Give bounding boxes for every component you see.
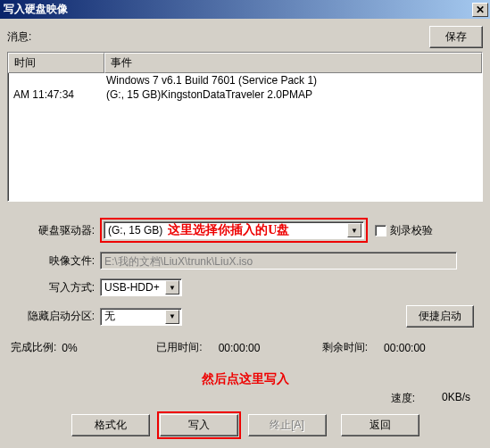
drive-note: 这里选择你插入的U盘 xyxy=(168,222,289,238)
complete-value: 0% xyxy=(62,342,115,354)
abort-button: 终止[A] xyxy=(248,414,327,436)
speed-value: 0KB/s xyxy=(442,391,470,406)
image-file-field: E:\我的文档\LiuX\trunk\LiuX.iso xyxy=(100,252,457,270)
action-row: 格式化 写入 终止[A] 返回 xyxy=(7,411,483,439)
annotation-write-note: 然后点这里写入 xyxy=(7,371,483,387)
annotation-drive-highlight: (G:, 15 GB) 这里选择你插入的U盘 ▼ xyxy=(100,218,368,243)
chevron-down-icon[interactable]: ▼ xyxy=(165,310,179,324)
log-row: Windows 7 v6.1 Build 7601 (Service Pack … xyxy=(8,73,482,87)
log-time: AM 11:47:34 xyxy=(8,87,104,102)
write-method-select[interactable]: USB-HDD+ ▼ xyxy=(100,278,182,296)
log-row: AM 11:47:34 (G:, 15 GB)KingstonDataTrave… xyxy=(8,87,482,102)
annotation-write-highlight: 写入 xyxy=(157,411,241,439)
speed-label: 速度: xyxy=(391,391,415,406)
chevron-down-icon[interactable]: ▼ xyxy=(165,280,179,295)
log-listbox[interactable]: 时间 事件 Windows 7 v6.1 Build 7601 (Service… xyxy=(7,52,483,202)
format-button[interactable]: 格式化 xyxy=(71,414,150,436)
col-event-header[interactable]: 事件 xyxy=(104,53,482,73)
complete-label: 完成比例: xyxy=(11,340,56,355)
chevron-down-icon[interactable]: ▼ xyxy=(347,223,361,237)
hidden-partition-label: 隐藏启动分区: xyxy=(7,309,100,324)
hidden-partition-value: 无 xyxy=(104,309,115,324)
verify-label: 刻录校验 xyxy=(390,223,433,238)
image-file-label: 映像文件: xyxy=(7,253,100,269)
convenient-boot-button[interactable]: 便捷启动 xyxy=(406,305,474,328)
log-event: Windows 7 v6.1 Build 7601 (Service Pack … xyxy=(104,73,482,87)
status-row: 完成比例: 0% 已用时间: 00:00:00 剩余时间: 00:00:00 xyxy=(11,340,479,355)
window-title: 写入硬盘映像 xyxy=(4,2,472,17)
drive-select[interactable]: (G:, 15 GB) 这里选择你插入的U盘 ▼ xyxy=(104,221,364,239)
write-method-value: USB-HDD+ xyxy=(104,281,160,294)
log-event: (G:, 15 GB)KingstonDataTraveler 2.0PMAP xyxy=(104,87,482,102)
title-bar: 写入硬盘映像 ✕ xyxy=(0,0,490,19)
log-time xyxy=(8,73,104,87)
log-header: 时间 事件 xyxy=(8,53,482,73)
remain-value: 00:00:00 xyxy=(384,342,426,354)
close-icon: ✕ xyxy=(476,4,485,16)
drive-value: (G:, 15 GB) xyxy=(108,224,162,236)
message-label: 消息: xyxy=(7,29,429,45)
elapsed-label: 已用时间: xyxy=(156,340,202,355)
col-time-header[interactable]: 时间 xyxy=(8,53,104,73)
verify-checkbox[interactable] xyxy=(375,225,386,236)
close-button[interactable]: ✕ xyxy=(472,3,488,17)
write-method-label: 写入方式: xyxy=(7,280,100,295)
write-button[interactable]: 写入 xyxy=(160,414,238,436)
elapsed-value: 00:00:00 xyxy=(219,342,290,354)
dialog-content: 消息: 保存 时间 事件 Windows 7 v6.1 Build 7601 (… xyxy=(0,19,490,446)
save-button[interactable]: 保存 xyxy=(429,26,483,48)
remain-label: 剩余时间: xyxy=(322,340,368,355)
drive-label: 硬盘驱动器: xyxy=(7,223,100,238)
hidden-partition-select[interactable]: 无 ▼ xyxy=(100,308,182,326)
back-button[interactable]: 返回 xyxy=(341,414,419,436)
